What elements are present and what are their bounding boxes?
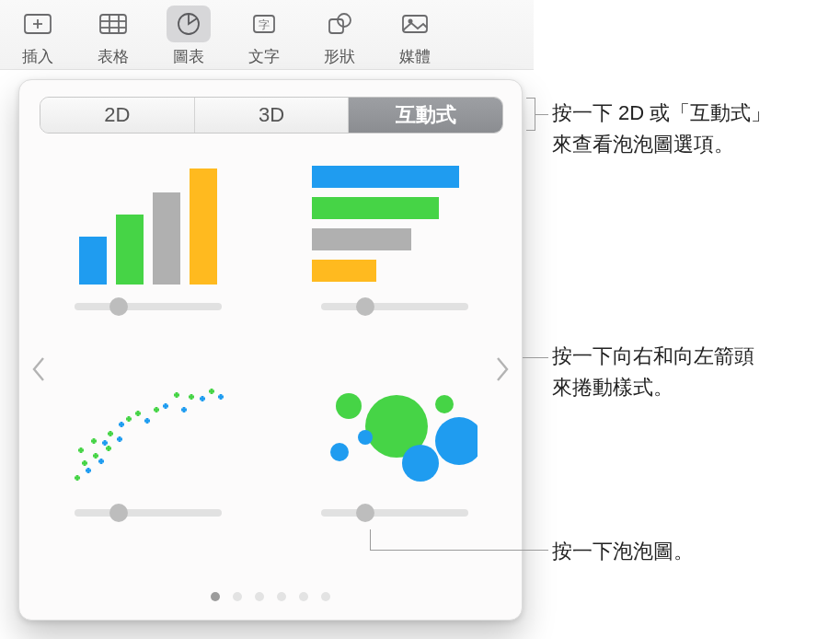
media-button[interactable]: 媒體 (377, 6, 453, 67)
svg-point-18 (330, 443, 349, 461)
svg-rect-3 (100, 15, 126, 33)
insert-label: 插入 (22, 46, 53, 67)
callout-text: 按一下泡泡圖。 (552, 540, 694, 563)
bar-horizontal-preview (312, 163, 478, 285)
page-dot[interactable] (255, 592, 264, 601)
media-label: 媒體 (399, 46, 431, 67)
chart-tile-bar-horizontal[interactable] (293, 163, 496, 329)
callout-arrows: 按一下向右和向左箭頭 來捲動樣式。 (552, 341, 754, 403)
text-icon: 字 (242, 6, 286, 42)
chart-style-grid (47, 163, 496, 535)
shape-icon (317, 6, 362, 42)
table-icon (91, 6, 135, 42)
chart-type-segmented: 2D 3D 互動式 (40, 97, 503, 134)
slider-icon (75, 296, 222, 316)
svg-point-21 (435, 417, 478, 465)
callout-bubble: 按一下泡泡圖。 (552, 536, 694, 567)
text-button[interactable]: 字 文字 (226, 6, 302, 67)
table-label: 表格 (98, 46, 129, 67)
tab-3d[interactable]: 3D (195, 98, 350, 133)
page-dot[interactable] (211, 592, 220, 601)
callout-tabs: 按一下 2D 或「互動式」 來查看泡泡圖選項。 (552, 98, 771, 160)
callout-text: 按一下向右和向左箭頭 (552, 344, 754, 367)
toolbar: 插入 表格 圖表 字 文字 形狀 媒體 (0, 0, 534, 70)
callout-line (370, 550, 548, 551)
callout-line (523, 357, 548, 358)
bar-vertical-preview (65, 163, 231, 285)
media-icon (393, 6, 437, 42)
svg-point-19 (358, 430, 373, 445)
slider-icon (75, 502, 222, 522)
svg-point-15 (336, 393, 362, 419)
callout-line (370, 529, 371, 550)
callout-bracket (526, 98, 535, 131)
text-label: 文字 (248, 46, 280, 67)
svg-point-12 (338, 14, 351, 27)
scatter-preview (65, 369, 231, 491)
tab-2d[interactable]: 2D (40, 98, 195, 133)
next-style-arrow[interactable] (487, 347, 518, 391)
page-dots (19, 592, 522, 601)
shape-button[interactable]: 形狀 (302, 6, 377, 67)
chart-tile-bar-vertical[interactable] (47, 163, 249, 329)
chart-tile-bubble[interactable] (293, 369, 496, 535)
callout-text: 來查看泡泡圖選項。 (552, 133, 734, 156)
tab-interactive[interactable]: 互動式 (349, 98, 502, 133)
callout-text: 按一下 2D 或「互動式」 (552, 101, 771, 124)
chart-label: 圖表 (173, 46, 204, 67)
page-dot[interactable] (321, 592, 330, 601)
page-dot[interactable] (299, 592, 308, 601)
insert-icon (16, 6, 60, 42)
callout-text: 來捲動樣式。 (552, 376, 673, 399)
chart-button[interactable]: 圖表 (151, 6, 226, 67)
page-dot[interactable] (277, 592, 286, 601)
chart-tile-scatter[interactable] (47, 369, 249, 535)
svg-text:字: 字 (259, 18, 270, 31)
insert-button[interactable]: 插入 (0, 6, 75, 67)
svg-point-17 (435, 395, 454, 413)
chart-icon (167, 6, 211, 42)
chevron-right-icon (494, 355, 511, 383)
chart-popover: 2D 3D 互動式 (18, 79, 523, 621)
chevron-left-icon (30, 355, 47, 383)
shape-label: 形狀 (324, 46, 355, 67)
bubble-preview (312, 369, 478, 491)
callout-line (535, 114, 548, 115)
slider-icon (321, 296, 468, 316)
svg-point-20 (402, 445, 439, 482)
table-button[interactable]: 表格 (75, 6, 151, 67)
prev-style-arrow[interactable] (23, 347, 54, 391)
page-dot[interactable] (233, 592, 242, 601)
slider-icon (321, 502, 468, 522)
